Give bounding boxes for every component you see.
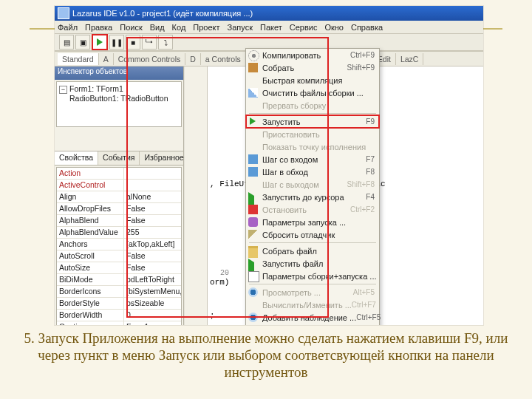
property-grid[interactable]: ActionActiveControlAlignalNoneAllowDropF… [56, 167, 182, 325]
menu-item-label: Очистить файлы сборки ... [262, 89, 364, 98]
toolbar-run-button[interactable] [92, 34, 108, 50]
property-row[interactable]: BorderStylebsSizeable [57, 298, 181, 310]
menu-shortcut: F4 [366, 193, 375, 201]
cog-icon [248, 217, 258, 227]
menu-item-label: Остановить [262, 205, 307, 214]
menu-separator [249, 284, 376, 284]
menu-сервис[interactable]: Сервис [290, 23, 318, 32]
property-row[interactable]: AlignalNone [57, 191, 181, 203]
inspector-tab[interactable]: Свойства [55, 151, 98, 165]
menu-проект[interactable]: Проект [193, 23, 219, 32]
eye-icon [248, 287, 258, 297]
palette-tab[interactable]: LazC [396, 53, 424, 65]
menu-item[interactable]: КомпилироватьCtrl+F9 [246, 49, 379, 61]
menu-item-label: Запустить файл [262, 259, 323, 268]
object-tree[interactable]: −Form1: TForm1 RadioButton1: TRadioButto… [56, 81, 182, 127]
toolbar-stepover-icon[interactable]: ⮡ [142, 35, 157, 50]
palette-tab[interactable]: A [99, 53, 114, 65]
menu-item[interactable]: Собрать файл [246, 245, 379, 257]
menu-shortcut: Shift+F8 [347, 180, 375, 188]
run-menu-dropdown[interactable]: КомпилироватьCtrl+F9СобратьShift+F9Быстр… [245, 48, 380, 325]
menu-item[interactable]: СобратьShift+F9 [246, 61, 379, 74]
property-row[interactable]: AutoScrollFalse [57, 250, 181, 262]
menu-правка[interactable]: Правка [85, 23, 112, 32]
menu-item-label: Быстрая компиляция [262, 76, 342, 85]
property-row[interactable]: BorderIcons[biSystemMenu,biM [57, 286, 181, 298]
menu-item-label: Приостановить [262, 130, 320, 139]
menu-item[interactable]: Запустить файл [246, 257, 379, 270]
menu-файл[interactable]: Файл [58, 23, 78, 32]
menu-item[interactable]: Добавить точку останова▸ [246, 324, 379, 325]
eye-icon [248, 313, 258, 322]
menu-вид[interactable]: Вид [150, 23, 165, 32]
menu-item[interactable]: Добавить наблюдение ...Ctrl+F5 [246, 311, 379, 324]
menu-item[interactable]: Параметры запуска ... [246, 216, 379, 228]
toolbar-open-icon[interactable]: ▣ [75, 35, 90, 50]
menu-item[interactable]: Шаг со входомF7 [246, 153, 379, 166]
menu-item[interactable]: Быстрая компиляция [246, 74, 379, 86]
menu-shortcut: Ctrl+F5 [356, 313, 381, 321]
menu-item[interactable]: Шаг в обходF8 [246, 166, 379, 178]
menu-item[interactable]: Сбросить отладчик [246, 228, 379, 241]
menu-shortcut: Shift+F9 [347, 64, 375, 72]
property-row[interactable]: BorderWidth0 [57, 310, 181, 321]
wand-icon [248, 230, 258, 239]
step-icon [248, 154, 258, 164]
ide-screenshot: Lazarus IDE v1.0 - project1 (идёт компил… [55, 6, 483, 325]
line-number: 20 [210, 267, 229, 279]
menu-item: Прервать сборку [246, 99, 379, 112]
tree-collapse-icon[interactable]: − [59, 86, 67, 94]
menu-окно[interactable]: Окно [324, 23, 344, 32]
menu-shortcut: Alt+F5 [353, 288, 375, 296]
menu-справка[interactable]: Справка [351, 23, 383, 32]
step-icon [248, 167, 258, 177]
inspector-tab[interactable]: Избранное [140, 151, 188, 165]
toolbar-stepin-icon[interactable]: ⤵ [158, 35, 173, 50]
editor-gutter [185, 66, 208, 325]
toolbar-pause-icon[interactable]: ❚❚ [109, 35, 124, 50]
menu-item-label: Сбросить отладчик [262, 231, 335, 239]
palette-tab[interactable]: Common Controls [114, 53, 186, 65]
menu-separator [249, 242, 376, 243]
property-row[interactable]: BiDiModebdLeftToRight [57, 274, 181, 286]
menu-shortcut: Ctrl+F2 [350, 205, 375, 214]
tree-row[interactable]: −Form1: TForm1 [59, 84, 179, 94]
menu-пакет[interactable]: Пакет [260, 23, 282, 32]
menubar[interactable]: ФайлПравкаПоискВидКодПроектЗапускПакетСе… [55, 21, 483, 34]
palette-tab[interactable]: D [185, 53, 201, 65]
menu-item-label: Параметры запуска ... [262, 218, 346, 227]
inspector-tab[interactable]: События [98, 151, 140, 165]
menu-item: Шаг с выходомShift+F8 [246, 178, 379, 191]
menu-item: ОстановитьCtrl+F2 [246, 203, 379, 216]
menu-item[interactable]: Параметры сборки+запуска ... [246, 270, 379, 282]
tree-row[interactable]: RadioButton1: TRadioButton [59, 94, 179, 103]
property-row[interactable]: AlphaBlendValue255 [57, 227, 181, 239]
palette-tab[interactable]: Standard [58, 53, 99, 65]
menu-запуск[interactable]: Запуск [228, 23, 253, 32]
property-row[interactable]: AllowDropFilesFalse [57, 203, 181, 215]
menu-shortcut: Ctrl+F9 [350, 51, 375, 59]
inspector-tabs[interactable]: СвойстваСобытияИзбранноеC [55, 151, 183, 166]
inspector-title: Инспектор объектов [55, 66, 183, 80]
menu-item-label: Просмотреть ... [262, 288, 321, 297]
toolbar-stop-icon[interactable]: ■ [126, 35, 140, 50]
build-icon [248, 63, 258, 72]
menu-поиск[interactable]: Поиск [120, 23, 142, 32]
menu-separator [249, 113, 376, 114]
menu-item[interactable]: Очистить файлы сборки ... [246, 86, 379, 99]
palette-tab[interactable]: a Controls [201, 53, 246, 65]
property-row[interactable]: CaptionForm1 [57, 321, 181, 325]
menu-item-label: Шаг с выходом [262, 180, 319, 189]
menu-item-label: Показать точку исполнения [262, 143, 366, 151]
menu-код[interactable]: Код [172, 23, 186, 32]
property-row[interactable]: Anchors[akTop,akLeft] [57, 239, 181, 250]
property-row[interactable]: Action [57, 168, 181, 180]
menu-item[interactable]: Запустить до курсораF4 [246, 191, 379, 203]
toolbar-new-icon[interactable]: ▤ [59, 35, 74, 50]
property-row[interactable]: ActiveControl [57, 180, 181, 191]
property-row[interactable]: AutoSizeFalse [57, 262, 181, 274]
menu-item[interactable]: ЗапуститьF9 [246, 115, 379, 128]
property-row[interactable]: AlphaBlendFalse [57, 215, 181, 227]
menu-item-label: Добавить наблюдение ... [262, 313, 356, 322]
folder-icon [248, 246, 258, 258]
